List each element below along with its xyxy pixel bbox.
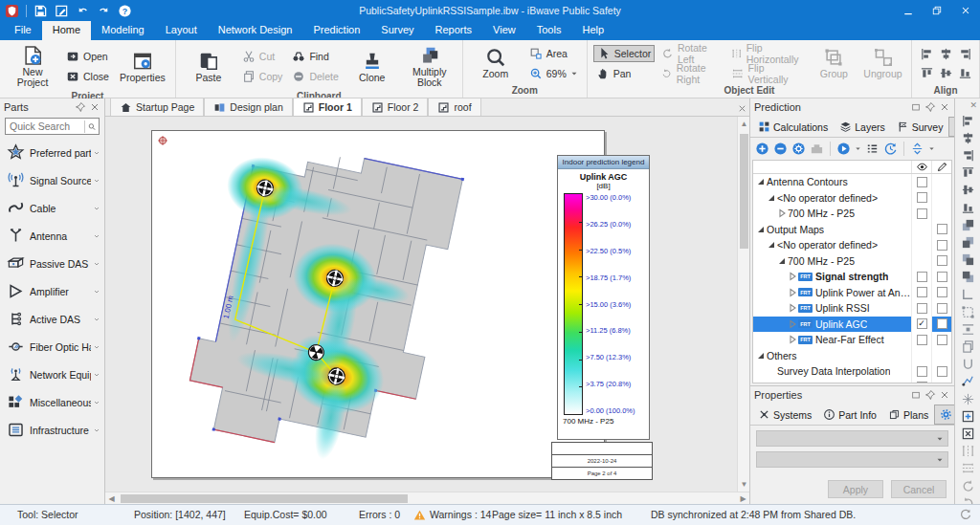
part-tool-icon[interactable] [810,142,824,156]
menu-survey[interactable]: Survey [370,21,424,40]
parts-category-active-das[interactable]: Active DAS [0,305,104,333]
parts-category-passive-das[interactable]: Passive DAS [0,250,104,277]
expander-collapsed-icon[interactable] [788,335,797,344]
multiply-block-button[interactable]: Multiply Block [403,43,457,90]
property-dropdown-1[interactable] [756,430,948,447]
edit-checkbox[interactable] [937,303,947,314]
menu-network-design[interactable]: Network Design [208,21,303,40]
parts-category-miscellaneous[interactable]: Miscellaneous [0,388,104,416]
find-button[interactable]: Find [289,48,341,65]
parts-category-fiber-optic-ha[interactable]: Fiber Optic Ha... [0,333,104,361]
list-view-icon[interactable] [865,142,880,156]
expander-collapsed-icon[interactable] [788,319,797,329]
tree-item-no-operator-defined[interactable]: <No operator defined> [753,237,951,253]
corner-icon[interactable] [961,287,975,301]
u-shape-icon[interactable] [961,357,975,371]
menu-prediction[interactable]: Prediction [302,21,370,40]
property-dropdown-2[interactable] [756,451,948,468]
tree-item-uplink-rssi[interactable]: FRTUplink RSSI [753,300,951,317]
vertical-scroll-thumb[interactable] [740,134,748,249]
tree-item-antenna-contours[interactable]: Antenna Contours [753,174,951,190]
group-button[interactable]: Group [812,45,857,81]
visibility-checkbox[interactable] [917,177,927,187]
zoom-button[interactable]: Zoom [469,45,523,81]
order-fb-icon[interactable] [961,235,975,250]
align-b-icon[interactable] [961,201,975,215]
edit-icon[interactable] [55,4,69,18]
expander-expanded-icon[interactable] [767,240,776,250]
new-project-button[interactable]: New Project [6,43,59,90]
expander-collapsed-icon[interactable] [777,208,787,218]
tab-startup-page[interactable]: Startup Page [110,98,204,116]
tree-item-700-mhz-p25[interactable]: 700 MHz - P25 [753,206,951,222]
edit-checkbox[interactable] [937,335,947,345]
visibility-checkbox[interactable] [917,287,927,297]
tab-plans[interactable]: Plans [882,405,934,425]
expander-expanded-icon[interactable] [756,351,766,361]
close-button[interactable] [951,0,980,21]
close-panel-icon[interactable] [89,101,100,113]
menu-home[interactable]: Home [42,21,91,40]
flip-v-icon[interactable] [961,461,975,475]
visibility-checkbox[interactable] [917,382,927,383]
save-icon[interactable] [33,4,48,18]
align-bottom-icon[interactable] [958,66,972,80]
selector-button[interactable]: Selector [593,45,656,62]
apply-button[interactable]: Apply [828,480,883,498]
design-canvas[interactable]: 1.00 m Indoor prediction legend Uplink A… [105,117,737,492]
align-top-icon[interactable] [920,66,934,80]
parts-category-signal-source[interactable]: Signal Source [0,166,104,194]
zoom-level-dropdown[interactable]: 69% [526,65,581,82]
align-center-icon[interactable] [939,47,953,61]
menu-file[interactable]: File [4,21,42,40]
close-document-icon[interactable] [734,100,749,116]
menu-help[interactable]: Help [571,21,614,40]
float-icon[interactable] [910,101,922,113]
search-input[interactable] [6,120,84,132]
zoom-area-button[interactable]: Area [526,45,581,62]
restore-button[interactable] [923,0,951,21]
tree-item-700-mhz-p25[interactable]: 700 MHz - P25 [753,253,951,270]
tab-floor-1[interactable]: Floor 1 [293,98,362,116]
visibility-checkbox[interactable] [917,272,927,282]
cancel-button[interactable]: Cancel [891,480,947,498]
close-panel-icon[interactable] [939,101,950,113]
order-ff-icon[interactable] [961,218,975,232]
edit-checkbox[interactable] [937,240,947,251]
expander-collapsed-icon[interactable] [788,303,797,313]
search-icon[interactable] [84,120,97,133]
run-options-icon[interactable] [855,145,861,152]
floorplan-page[interactable]: 1.00 m Indoor prediction legend Uplink A… [151,130,605,478]
tree-item-no-operator-defined[interactable]: <No operator defined> [753,190,951,207]
visibility-checkbox[interactable]: ✓ [917,318,927,329]
horizontal-scroll-thumb[interactable] [121,494,408,503]
cut-button[interactable]: Cut [239,48,286,65]
help-icon[interactable]: ? [118,4,132,18]
expander-expanded-icon[interactable] [756,177,766,186]
tree-item-output-maps[interactable]: Output Maps [753,222,951,238]
duplicate-icon[interactable] [961,339,975,354]
expander-expanded-icon[interactable] [777,256,787,266]
visibility-checkbox[interactable] [917,303,927,314]
settings-icon[interactable] [791,142,806,156]
expander-collapsed-icon[interactable] [788,288,797,297]
chevron-down-icon[interactable] [928,145,935,152]
tree-item-near-far-effect[interactable]: FRTNear-Far Effect [753,332,951,348]
menu-modeling[interactable]: Modeling [91,21,155,40]
order-bf-icon[interactable] [961,252,975,267]
tree-item-others[interactable]: Others [753,348,951,364]
clone-button[interactable]: Clone [345,49,399,85]
edit-checkbox[interactable] [937,287,947,297]
close-box-icon[interactable] [961,427,975,441]
add-box-icon[interactable] [961,409,975,424]
menu-view[interactable]: View [482,21,526,40]
properties-button[interactable]: Properties [116,49,169,85]
edit-checkbox[interactable] [937,366,947,377]
tree-item-signal-strength[interactable]: FRTSignal strength [753,269,951,285]
menu-layout[interactable]: Layout [155,21,208,40]
strip-close-icon[interactable]: ✕ [969,100,977,110]
pin-icon[interactable] [924,389,936,401]
history-icon[interactable] [883,142,898,156]
expand-collapse-icon[interactable] [910,142,924,156]
tab-design-plan[interactable]: Design plan [204,98,292,116]
